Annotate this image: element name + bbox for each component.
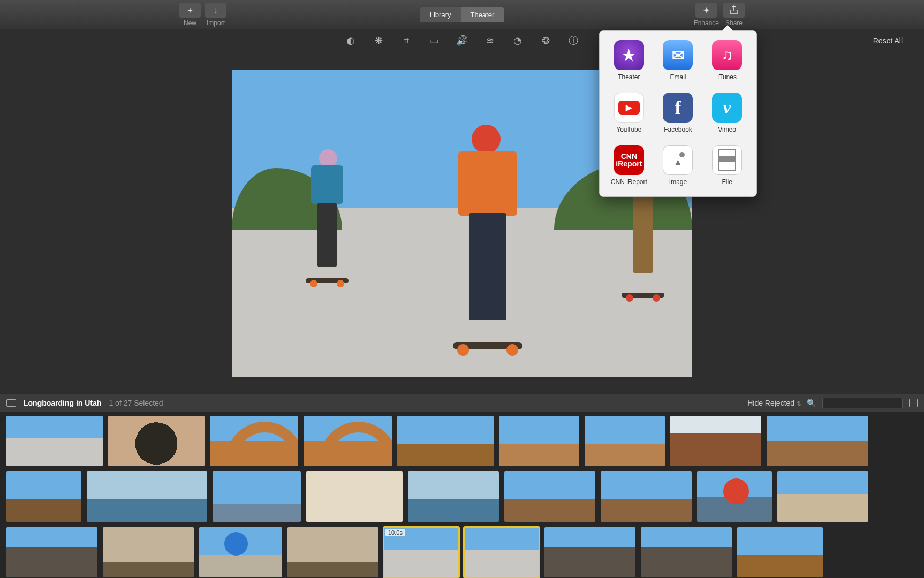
share-option-image[interactable]: Image — [656, 145, 700, 186]
speed-icon[interactable]: ◔ — [512, 35, 524, 47]
vimeo-icon — [712, 93, 742, 123]
color-wheel-icon[interactable]: ❋ — [373, 35, 384, 47]
view-mode-segment: Library Theater — [420, 7, 504, 22]
share-button[interactable] — [723, 3, 745, 18]
clip-thumbnail[interactable] — [199, 527, 282, 577]
color-balance-icon[interactable]: ◐ — [345, 35, 357, 47]
viewer-pane — [0, 52, 924, 394]
search-icon: 🔍 — [807, 399, 816, 407]
clip-thumbnail[interactable] — [767, 416, 868, 466]
clip-thumbnail[interactable] — [641, 527, 732, 577]
share-option-label: Theater — [618, 73, 640, 81]
filter-rejected-button[interactable]: Hide Rejected ⇅ — [747, 399, 800, 407]
share-option-label: iTunes — [717, 73, 737, 81]
clip-thumbnail[interactable]: 10.0s — [384, 527, 459, 577]
clip-thumbnail[interactable] — [408, 471, 499, 522]
library-tab[interactable]: Library — [420, 7, 461, 22]
import-button[interactable]: ↓ — [205, 3, 226, 18]
clip-thumbnail[interactable] — [6, 416, 103, 466]
clip-thumbnail[interactable] — [464, 527, 539, 577]
clip-thumbnail[interactable] — [6, 527, 97, 577]
info-icon[interactable]: ⓘ — [567, 35, 579, 47]
clip-thumbnail[interactable] — [103, 527, 194, 577]
clip-thumbnail[interactable] — [499, 416, 579, 466]
itunes-icon — [712, 40, 742, 70]
filter-rejected-label: Hide Rejected — [747, 399, 794, 407]
import-icon: ↓ — [214, 5, 218, 15]
search-input[interactable] — [822, 398, 903, 408]
share-option-vimeo[interactable]: Vimeo — [705, 93, 749, 133]
new-button[interactable]: ＋ — [179, 3, 201, 18]
image-icon — [663, 145, 693, 175]
new-label: New — [184, 19, 196, 27]
email-icon — [663, 40, 693, 70]
share-option-label: CNN iReport — [611, 178, 647, 186]
main-toolbar: ＋ New ↓ Import Library Theater ✦ Enhance — [0, 0, 924, 29]
share-option-file[interactable]: File — [705, 145, 749, 186]
clip-thumbnail[interactable] — [213, 471, 301, 522]
selection-status: 1 of 27 Selected — [109, 399, 163, 407]
effects-icon[interactable]: ❂ — [540, 35, 551, 47]
file-icon — [712, 145, 742, 175]
clip-thumbnail[interactable] — [397, 416, 494, 466]
wand-icon: ✦ — [703, 5, 710, 16]
share-option-itunes[interactable]: iTunes — [705, 40, 749, 81]
clip-thumbnail[interactable] — [287, 527, 378, 577]
clip-thumbnail[interactable] — [87, 471, 207, 522]
clip-thumbnail[interactable] — [601, 471, 692, 522]
enhance-button[interactable]: ✦ — [695, 3, 717, 18]
clip-thumbnail[interactable] — [697, 471, 772, 522]
share-icon — [730, 5, 738, 15]
share-popover: TheaterEmailiTunesYouTubeFacebookVimeoCN… — [599, 30, 757, 197]
share-option-label: File — [722, 178, 732, 186]
share-option-label: Image — [669, 178, 687, 186]
share-option-label: Email — [670, 73, 686, 81]
facebook-icon — [663, 93, 693, 123]
skater-center-illustration — [453, 125, 522, 349]
theater-tab[interactable]: Theater — [460, 7, 504, 22]
cnn-icon — [614, 145, 644, 175]
enhance-label: Enhance — [694, 19, 719, 27]
volume-icon[interactable]: 🔊 — [456, 35, 468, 47]
share-option-email[interactable]: Email — [656, 40, 700, 81]
skater-left-illustration — [306, 149, 349, 283]
adjustment-toolbar: ◐ ❋ ⌗ ▭ 🔊 ≋ ◔ ❂ ⓘ Reset All — [0, 29, 924, 52]
share-option-facebook[interactable]: Facebook — [656, 93, 700, 133]
project-title: Longboarding in Utah — [24, 399, 101, 407]
clip-thumbnail[interactable] — [504, 471, 595, 522]
clip-row — [6, 416, 918, 466]
share-option-theater[interactable]: Theater — [607, 40, 651, 81]
layout-toggle-icon[interactable] — [6, 399, 16, 407]
clip-thumbnail[interactable] — [737, 527, 823, 577]
clip-thumbnail[interactable] — [108, 416, 205, 466]
clip-thumbnail[interactable] — [304, 416, 392, 466]
noise-reduce-icon[interactable]: ≋ — [484, 35, 496, 47]
crop-icon[interactable]: ⌗ — [400, 35, 412, 47]
clip-thumbnail[interactable] — [670, 416, 761, 466]
clip-thumbnail[interactable] — [777, 471, 868, 522]
clip-browser: 10.0s — [0, 412, 924, 578]
youtube-icon — [614, 93, 644, 123]
share-option-youtube[interactable]: YouTube — [607, 93, 651, 133]
share-option-label: YouTube — [616, 126, 641, 133]
share-option-cnn[interactable]: CNN iReport — [607, 145, 651, 186]
theater-icon — [614, 40, 644, 70]
clip-row — [6, 471, 918, 522]
clip-thumbnail[interactable] — [544, 527, 635, 577]
chevron-updown-icon: ⇅ — [797, 400, 800, 407]
reset-all-button[interactable]: Reset All — [873, 36, 903, 45]
share-option-label: Facebook — [664, 126, 692, 133]
clip-appearance-icon[interactable] — [909, 399, 918, 407]
clip-duration-badge: 10.0s — [385, 529, 405, 536]
stabilize-icon[interactable]: ▭ — [428, 35, 440, 47]
clip-thumbnail[interactable] — [585, 416, 665, 466]
clip-thumbnail[interactable] — [306, 471, 403, 522]
import-label: Import — [207, 19, 225, 27]
share-option-label: Vimeo — [718, 126, 736, 133]
browser-header: Longboarding in Utah 1 of 27 Selected Hi… — [0, 394, 924, 412]
clip-thumbnail[interactable] — [210, 416, 298, 466]
clip-row: 10.0s — [6, 527, 918, 577]
clip-thumbnail[interactable] — [6, 471, 81, 522]
plus-icon: ＋ — [186, 5, 194, 16]
